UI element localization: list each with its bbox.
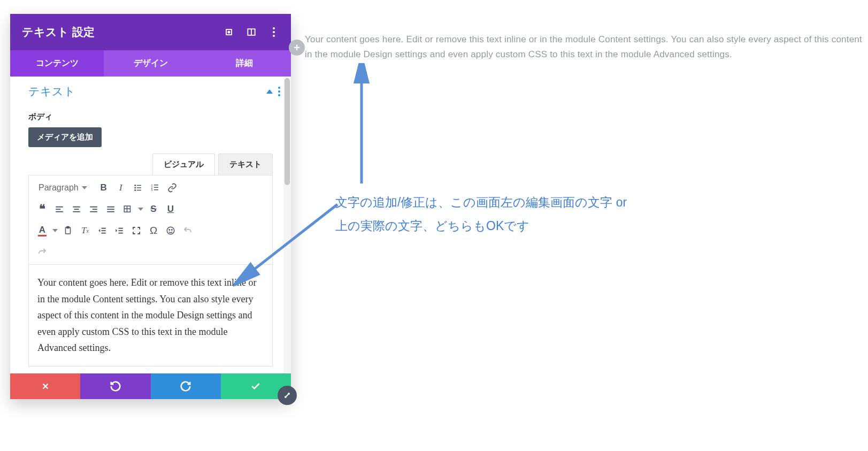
redo-button[interactable] [151,373,221,399]
svg-rect-33 [102,228,106,229]
svg-rect-17 [56,209,60,210]
svg-text:3: 3 [151,188,152,192]
collapse-icon[interactable] [266,89,273,94]
svg-rect-7 [136,187,141,188]
annotation-arrow-up [351,63,372,186]
svg-point-41 [172,230,173,231]
indent-icon[interactable] [111,223,127,239]
svg-rect-23 [93,209,97,210]
editor-tab-visual[interactable]: ビジュアル [152,154,215,175]
align-justify-icon[interactable] [103,201,119,217]
quote-icon[interactable]: ❝ [34,201,50,217]
svg-rect-27 [107,211,114,212]
annotation-text: 文字の追加/修正は、この画面左の編集画面の文字 or 上の実際の文字、どちらもO… [335,191,627,238]
table-icon[interactable] [120,201,136,217]
body-label: ボディ [10,103,291,127]
add-module-button[interactable]: + [289,40,305,56]
panel-title: テキスト 設定 [22,25,95,40]
svg-rect-34 [102,230,106,231]
fullscreen-icon[interactable] [128,223,144,239]
strikethrough-icon[interactable]: S [145,201,162,217]
columns-icon[interactable] [246,27,257,37]
align-center-icon[interactable] [68,201,85,217]
svg-point-40 [169,230,170,231]
resize-handle[interactable] [278,386,297,405]
annotation-arrow-diag [233,183,345,290]
tab-design[interactable]: デザイン [104,50,197,77]
close-icon [41,381,50,391]
special-char-icon[interactable]: Ω [145,223,162,239]
svg-rect-11 [153,185,158,186]
svg-rect-9 [136,190,141,191]
svg-rect-25 [107,207,114,208]
align-right-icon[interactable] [86,201,102,217]
editor-undo-icon[interactable] [180,223,196,239]
panel-header: テキスト 設定 [10,14,291,50]
link-icon[interactable] [164,180,180,196]
annotation-line2: 上の実際の文字、どちらもOKです [335,215,627,238]
panel-tabs: コンテンツ デザイン 詳細 [10,50,291,77]
bullet-list-icon[interactable] [130,180,146,196]
redo-icon [180,380,191,392]
preview-text[interactable]: Your content goes here. Edit or remove t… [305,32,868,62]
svg-rect-21 [73,211,80,212]
svg-rect-35 [102,233,106,234]
svg-point-1 [228,31,229,33]
svg-rect-22 [90,207,97,208]
chevron-down-icon [82,186,87,189]
table-chevron-icon[interactable] [137,201,144,217]
section-more-icon[interactable] [278,87,280,96]
svg-rect-20 [74,209,79,210]
svg-rect-15 [153,189,158,190]
section-header: テキスト [10,77,291,103]
tab-advanced[interactable]: 詳細 [197,50,291,77]
svg-rect-38 [119,233,123,234]
svg-rect-37 [119,230,123,231]
text-color-chevron-icon[interactable] [51,223,59,239]
more-icon[interactable] [268,27,279,37]
svg-rect-13 [153,187,158,188]
annotation-line1: 文字の追加/修正は、この画面左の編集画面の文字 or [335,191,627,215]
add-media-button[interactable]: メディアを追加 [28,127,102,147]
panel-footer [10,373,291,399]
svg-rect-24 [90,211,97,212]
bold-icon[interactable]: B [96,180,112,196]
svg-point-8 [134,189,136,191]
format-dropdown-label: Paragraph [39,183,79,193]
svg-rect-26 [107,209,114,210]
tab-content[interactable]: コンテンツ [10,50,104,77]
undo-button[interactable] [80,373,150,399]
svg-rect-5 [136,185,141,186]
svg-rect-36 [119,228,123,229]
close-button[interactable] [10,373,80,399]
paste-icon[interactable] [60,223,76,239]
outdent-icon[interactable] [94,223,110,239]
snap-icon[interactable] [224,27,234,37]
svg-rect-32 [67,227,70,228]
align-left-icon[interactable] [51,201,67,217]
number-list-icon[interactable]: 123 [147,180,163,196]
text-color-icon[interactable]: A [34,223,50,239]
resize-icon [282,391,292,400]
editor-tab-text[interactable]: テキスト [218,154,273,175]
svg-rect-16 [56,207,63,208]
svg-rect-18 [56,211,63,212]
plus-icon: + [294,42,300,54]
italic-icon[interactable]: I [113,180,129,196]
emoji-icon[interactable] [163,223,179,239]
editor-mode-tabs: ビジュアル テキスト [10,154,291,175]
underline-icon[interactable]: U [163,201,179,217]
svg-line-45 [243,204,337,278]
svg-point-6 [134,187,136,189]
scrollbar-thumb[interactable] [285,78,290,185]
undo-icon [110,380,121,392]
editor-redo-icon[interactable] [34,244,50,260]
svg-point-39 [167,227,174,234]
section-title[interactable]: テキスト [28,84,75,99]
svg-rect-19 [73,207,80,208]
header-icons [224,27,279,37]
format-dropdown[interactable]: Paragraph [34,181,91,195]
clear-format-icon[interactable]: Tx [77,223,93,239]
check-icon [250,381,261,392]
svg-point-4 [134,185,136,186]
